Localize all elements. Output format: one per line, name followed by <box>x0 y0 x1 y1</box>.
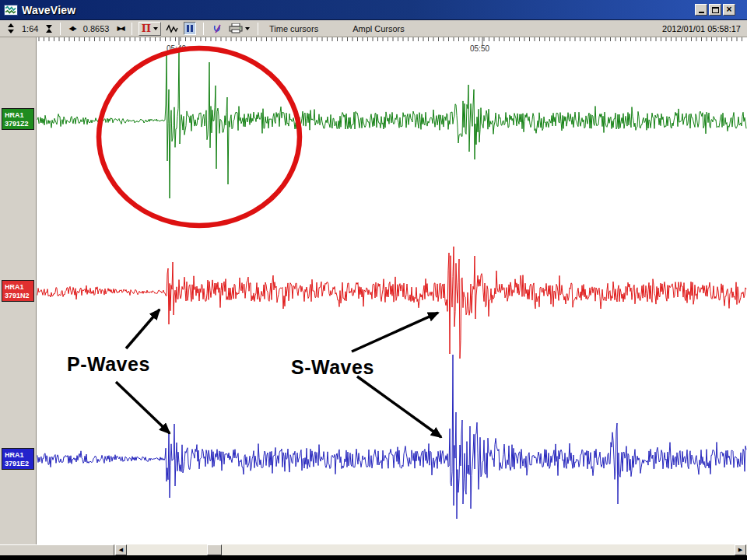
scroll-left-button[interactable]: ◀ <box>115 544 127 555</box>
bottom-edge <box>0 555 747 560</box>
time-tick-label: 05:50 <box>470 44 489 53</box>
scroll-right-button[interactable]: ▶ <box>735 544 746 555</box>
waveform-trace-3791N2 <box>37 247 746 359</box>
time-tick-label: 05:40 <box>167 44 186 53</box>
waveform-trace-3791Z2 <box>37 51 746 198</box>
scrollbar-thumb[interactable] <box>207 544 222 555</box>
waveform-trace-3791E2 <box>37 355 746 519</box>
s-waves-label: S-Waves <box>291 356 374 379</box>
waveview-window: WaveView × 1:64 ◀▶ 0.8653 ▶◀ Π <box>0 0 747 560</box>
scrollbar-corner <box>0 544 114 555</box>
time-ruler <box>39 37 742 45</box>
p-waves-label: P-Waves <box>67 353 150 376</box>
seismogram-plot <box>0 0 747 560</box>
horizontal-scrollbar[interactable]: ◀ ▶ <box>0 544 747 555</box>
